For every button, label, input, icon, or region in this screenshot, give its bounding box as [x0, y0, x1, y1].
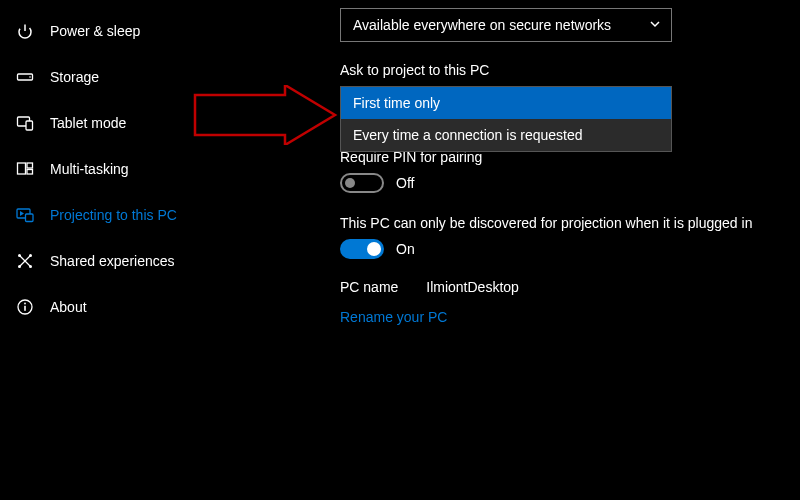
power-icon [14, 20, 36, 42]
sidebar-item-label: Storage [50, 69, 99, 85]
svg-point-3 [29, 76, 31, 78]
discover-label: This PC can only be discovered for proje… [340, 215, 800, 231]
projecting-icon [14, 204, 36, 226]
discover-toggle[interactable] [340, 239, 384, 259]
sidebar-item-power-sleep[interactable]: Power & sleep [0, 8, 260, 54]
sidebar-item-tablet-mode[interactable]: Tablet mode [0, 100, 260, 146]
svg-point-18 [24, 303, 26, 305]
sidebar-item-shared-experiences[interactable]: Shared experiences [0, 238, 260, 284]
dropdown-selected-label: Available everywhere on secure networks [353, 17, 611, 33]
sidebar-item-multitasking[interactable]: Multi-tasking [0, 146, 260, 192]
svg-rect-6 [18, 163, 26, 174]
settings-sidebar: Power & sleep Storage Tablet mode [0, 0, 260, 330]
pc-name-value: IlmiontDesktop [426, 279, 519, 295]
option-label: First time only [353, 95, 440, 111]
svg-rect-8 [27, 170, 33, 175]
sidebar-item-about[interactable]: About [0, 284, 260, 330]
chevron-down-icon [649, 17, 661, 33]
svg-rect-5 [26, 121, 33, 130]
multitasking-icon [14, 158, 36, 180]
toggle-state-label: Off [396, 175, 414, 191]
toggle-knob [367, 242, 381, 256]
require-pin-toggle[interactable] [340, 173, 384, 193]
toggle-knob [345, 178, 355, 188]
shared-icon [14, 250, 36, 272]
link-text: Rename your PC [340, 309, 447, 325]
sidebar-item-label: About [50, 299, 87, 315]
sidebar-item-projecting[interactable]: Projecting to this PC [0, 192, 260, 238]
storage-icon [14, 66, 36, 88]
ask-project-dropdown[interactable]: First time only Every time a connection … [340, 86, 672, 152]
svg-rect-7 [27, 163, 33, 168]
toggle-state-label: On [396, 241, 415, 257]
option-label: Every time a connection is requested [353, 127, 583, 143]
dropdown-option-first-time[interactable]: First time only [341, 87, 671, 119]
availability-dropdown[interactable]: Available everywhere on secure networks [340, 8, 672, 42]
dropdown-option-every-time[interactable]: Every time a connection is requested [341, 119, 671, 151]
sidebar-item-label: Power & sleep [50, 23, 140, 39]
sidebar-item-label: Shared experiences [50, 253, 175, 269]
pc-name-label: PC name [340, 279, 398, 295]
tablet-icon [14, 112, 36, 134]
rename-pc-link[interactable]: Rename your PC [340, 309, 800, 325]
settings-content: Available everywhere on secure networks … [340, 0, 800, 325]
ask-project-label: Ask to project to this PC [340, 62, 800, 78]
sidebar-item-label: Projecting to this PC [50, 207, 177, 223]
svg-rect-10 [26, 214, 34, 222]
svg-rect-19 [24, 306, 26, 311]
info-icon [14, 296, 36, 318]
sidebar-item-storage[interactable]: Storage [0, 54, 260, 100]
sidebar-item-label: Tablet mode [50, 115, 126, 131]
sidebar-item-label: Multi-tasking [50, 161, 129, 177]
